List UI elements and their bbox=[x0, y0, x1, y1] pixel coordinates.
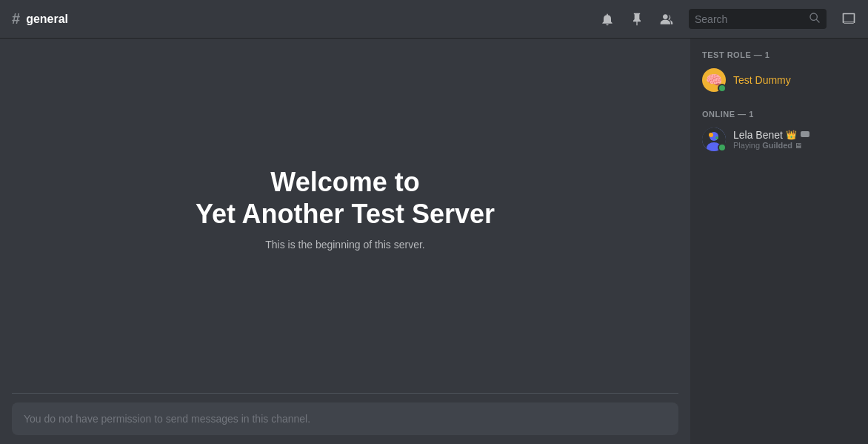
member-status-lela: Playing Guilded 🖥 bbox=[733, 141, 856, 150]
members-sidebar: TEST ROLE — 1 🧠 Test Dummy ONLINE — 1 bbox=[690, 39, 868, 444]
welcome-section: Welcome to Yet Another Test Server This … bbox=[196, 166, 495, 251]
welcome-title-line1: Welcome to bbox=[270, 167, 419, 197]
pins-button[interactable] bbox=[630, 12, 644, 27]
member-info-test-dummy: Test Dummy bbox=[733, 74, 856, 86]
crown-icon: 👑 bbox=[786, 130, 797, 140]
member-name-test-dummy: Test Dummy bbox=[733, 74, 856, 86]
game-name: Guilded bbox=[762, 141, 792, 150]
status-dot-lela bbox=[718, 143, 727, 152]
member-item-test-dummy[interactable]: 🧠 Test Dummy bbox=[696, 65, 862, 95]
chat-area: Welcome to Yet Another Test Server This … bbox=[0, 39, 690, 444]
status-extra-icon: 🖥 bbox=[795, 142, 802, 150]
messages-container: Welcome to Yet Another Test Server This … bbox=[0, 39, 690, 393]
welcome-title-line2: Yet Another Test Server bbox=[196, 199, 495, 229]
svg-point-3 bbox=[709, 133, 713, 137]
welcome-title: Welcome to Yet Another Test Server bbox=[196, 166, 495, 230]
message-input-disabled: You do not have permission to send messa… bbox=[12, 402, 678, 435]
member-item-lela-benet[interactable]: Lela Benet 👑 Playing Guilded 🖥 bbox=[696, 125, 862, 154]
notifications-button[interactable] bbox=[600, 12, 615, 27]
avatar-wrapper-test-dummy: 🧠 bbox=[702, 68, 726, 92]
members-category-online: ONLINE — 1 bbox=[696, 110, 862, 154]
nitro-icon bbox=[800, 129, 810, 141]
inbox-button[interactable] bbox=[841, 12, 856, 27]
hash-icon: # bbox=[12, 10, 20, 27]
svg-rect-5 bbox=[801, 131, 809, 137]
category-label-online: ONLINE — 1 bbox=[696, 110, 862, 119]
member-name-lela: Lela Benet 👑 bbox=[733, 129, 856, 141]
svg-point-4 bbox=[715, 136, 718, 139]
status-dot-test-dummy bbox=[718, 84, 727, 93]
welcome-subtitle: This is the beginning of this server. bbox=[196, 239, 495, 251]
message-input-placeholder: You do not have permission to send messa… bbox=[24, 413, 310, 425]
search-icon bbox=[809, 12, 821, 26]
channel-header: # general bbox=[0, 0, 868, 39]
message-input-area: You do not have permission to send messa… bbox=[0, 394, 690, 444]
search-bar[interactable] bbox=[689, 9, 827, 29]
header-actions bbox=[600, 9, 856, 29]
channel-name-label: general bbox=[26, 13, 68, 26]
member-list-button[interactable] bbox=[659, 12, 674, 27]
category-label-test-role: TEST ROLE — 1 bbox=[696, 50, 862, 59]
avatar-wrapper-lela bbox=[702, 127, 726, 151]
channel-name-group: # general bbox=[12, 10, 68, 27]
members-category-test-role: TEST ROLE — 1 🧠 Test Dummy bbox=[696, 50, 862, 95]
main-content: Welcome to Yet Another Test Server This … bbox=[0, 39, 868, 444]
member-info-lela: Lela Benet 👑 Playing Guilded 🖥 bbox=[733, 129, 856, 150]
search-input[interactable] bbox=[695, 13, 803, 25]
